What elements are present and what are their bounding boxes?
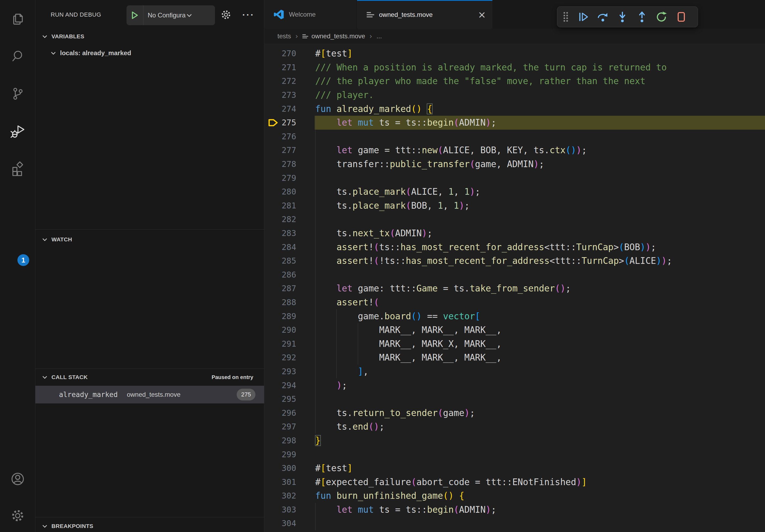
- code-line[interactable]: 304: [264, 516, 765, 530]
- views-more-actions-button[interactable]: ···: [242, 0, 255, 30]
- close-icon[interactable]: ×: [478, 10, 486, 20]
- step-into-button[interactable]: [612, 7, 632, 27]
- code-line[interactable]: 280 ts.place_mark(ALICE, 1, 1);: [264, 185, 765, 199]
- line-number[interactable]: 286: [264, 268, 296, 282]
- code-line[interactable]: 293 ],: [264, 365, 765, 379]
- code-line[interactable]: 274fun already_marked() {: [264, 102, 765, 116]
- code-line[interactable]: 281 ts.place_mark(BOB, 1, 1);: [264, 199, 765, 213]
- line-number[interactable]: 284: [264, 240, 296, 254]
- code-line[interactable]: 292 MARK__, MARK__, MARK__,: [264, 351, 765, 365]
- code-line[interactable]: 288 assert!(: [264, 296, 765, 309]
- section-breakpoints[interactable]: BREAKPOINTS: [35, 519, 264, 532]
- line-number[interactable]: 278: [264, 157, 296, 171]
- code-line[interactable]: 286: [264, 268, 765, 282]
- activity-accounts[interactable]: [0, 472, 35, 486]
- debug-settings-button[interactable]: [220, 0, 232, 30]
- activity-search[interactable]: [0, 49, 35, 64]
- line-number[interactable]: 291: [264, 337, 296, 351]
- stop-button[interactable]: [671, 7, 691, 27]
- code-line[interactable]: 284 assert!(ts::has_most_recent_for_addr…: [264, 240, 765, 254]
- line-number[interactable]: 274: [264, 102, 296, 116]
- code-line[interactable]: 289 game.board() == vector[: [264, 309, 765, 323]
- code-line[interactable]: 295: [264, 392, 765, 406]
- code-line[interactable]: 287 let game: ttt::Game = ts.take_from_s…: [264, 282, 765, 296]
- line-number[interactable]: 280: [264, 185, 296, 199]
- line-number[interactable]: 293: [264, 365, 296, 379]
- code-line[interactable]: 300#[test]: [264, 461, 765, 475]
- variables-scope-locals[interactable]: locals: already_marked: [35, 46, 264, 60]
- activity-run-debug[interactable]: 1: [0, 124, 35, 139]
- line-number[interactable]: 271: [264, 61, 296, 75]
- line-number[interactable]: 295: [264, 392, 296, 406]
- code-line[interactable]: 277 let game = ttt::new(ALICE, BOB, KEY,…: [264, 143, 765, 157]
- line-number[interactable]: 272: [264, 74, 296, 88]
- line-number[interactable]: 279: [264, 171, 296, 185]
- tab-owned-tests-move[interactable]: owned_tests.move ×: [357, 0, 492, 29]
- configuration-dropdown[interactable]: No Configura: [143, 12, 215, 19]
- line-number[interactable]: 299: [264, 447, 296, 461]
- code-line[interactable]: 271/// When a position is already marked…: [264, 61, 765, 75]
- code-editor[interactable]: 270#[test]271/// When a position is alre…: [264, 44, 765, 532]
- line-number[interactable]: 292: [264, 351, 296, 365]
- line-number[interactable]: 304: [264, 516, 296, 530]
- tab-welcome[interactable]: Welcome: [264, 0, 357, 29]
- step-out-button[interactable]: [632, 7, 652, 27]
- line-number[interactable]: 287: [264, 282, 296, 296]
- continue-button[interactable]: [573, 7, 593, 27]
- line-number[interactable]: 297: [264, 420, 296, 434]
- code-line[interactable]: 301#[expected_failure(abort_code = ttt::…: [264, 475, 765, 489]
- line-number[interactable]: 296: [264, 406, 296, 420]
- line-number[interactable]: 289: [264, 309, 296, 323]
- breadcrumb-item-symbol[interactable]: ...: [377, 32, 382, 40]
- code-line[interactable]: 275 let mut ts = ts::begin(ADMIN);: [264, 116, 765, 130]
- line-number[interactable]: 302: [264, 489, 296, 503]
- code-line[interactable]: 294 );: [264, 378, 765, 392]
- line-number[interactable]: 294: [264, 378, 296, 392]
- code-line[interactable]: 303 let mut ts = ts::begin(ADMIN);: [264, 503, 765, 517]
- line-number[interactable]: 300: [264, 461, 296, 475]
- activity-extensions[interactable]: [0, 161, 35, 176]
- breadcrumb-item-file[interactable]: owned_tests.move: [312, 32, 365, 40]
- code-line[interactable]: 273/// player.: [264, 88, 765, 102]
- code-line[interactable]: 297 ts.end();: [264, 420, 765, 434]
- line-number[interactable]: 270: [264, 47, 296, 61]
- line-number[interactable]: 281: [264, 199, 296, 213]
- code-line[interactable]: 279: [264, 171, 765, 185]
- code-line[interactable]: 278 transfer::public_transfer(game, ADMI…: [264, 157, 765, 171]
- activity-settings[interactable]: [0, 509, 35, 523]
- code-line[interactable]: 290 MARK__, MARK__, MARK__,: [264, 323, 765, 337]
- line-number[interactable]: 290: [264, 323, 296, 337]
- line-number[interactable]: 301: [264, 475, 296, 489]
- section-call-stack[interactable]: CALL STACK Paused on entry: [35, 370, 264, 385]
- breadcrumb-item-folder[interactable]: tests: [278, 32, 291, 40]
- activity-explorer[interactable]: [0, 12, 35, 27]
- line-number[interactable]: 285: [264, 254, 296, 268]
- code-line[interactable]: 270#[test]: [264, 47, 765, 61]
- code-line[interactable]: 282: [264, 212, 765, 226]
- step-over-button[interactable]: [593, 7, 612, 27]
- code-line[interactable]: 291 MARK__, MARK_X, MARK__,: [264, 337, 765, 351]
- section-watch[interactable]: WATCH: [35, 232, 264, 247]
- line-number[interactable]: 283: [264, 226, 296, 240]
- toolbar-drag-handle[interactable]: [558, 7, 573, 27]
- code-line[interactable]: 272/// the player who made the "false" m…: [264, 74, 765, 88]
- restart-button[interactable]: [652, 7, 671, 27]
- line-number[interactable]: 277: [264, 143, 296, 157]
- call-stack-frame[interactable]: already_marked owned_tests.move 275: [35, 386, 264, 403]
- start-debugging-button[interactable]: [127, 5, 143, 25]
- code-line[interactable]: 276: [264, 130, 765, 143]
- code-line[interactable]: 302fun burn_unfinished_game() {: [264, 489, 765, 503]
- line-number[interactable]: 273: [264, 88, 296, 102]
- line-number[interactable]: 282: [264, 212, 296, 226]
- code-line[interactable]: 296 ts.return_to_sender(game);: [264, 406, 765, 420]
- activity-source-control[interactable]: [0, 86, 35, 101]
- code-line[interactable]: 283 ts.next_tx(ADMIN);: [264, 226, 765, 240]
- line-number[interactable]: 276: [264, 130, 296, 143]
- line-number[interactable]: 288: [264, 296, 296, 309]
- code-line[interactable]: 285 assert!(!ts::has_most_recent_for_add…: [264, 254, 765, 268]
- code-line[interactable]: 298}: [264, 434, 765, 448]
- code-line[interactable]: 299: [264, 447, 765, 461]
- section-variables[interactable]: VARIABLES: [35, 29, 264, 44]
- line-number[interactable]: 303: [264, 503, 296, 517]
- line-number[interactable]: 298: [264, 434, 296, 448]
